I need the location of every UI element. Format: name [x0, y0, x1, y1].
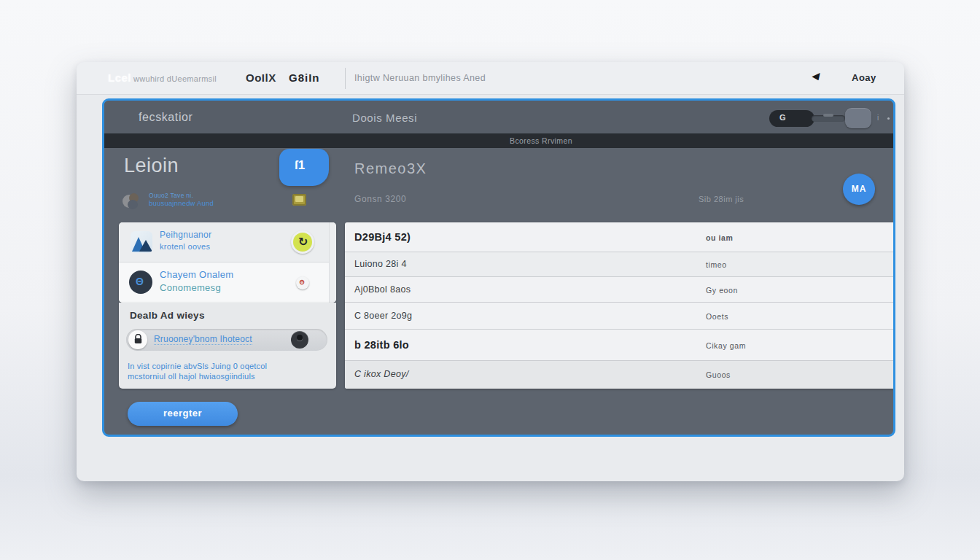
theta-circle-icon: Θ — [129, 271, 152, 294]
row-value: ou iam — [706, 233, 733, 242]
address-note-line2: mcstorniul oll hajol hwiaosgiindiuls — [128, 371, 267, 381]
brand-scribble-bold-text: OoIlX — [246, 71, 276, 84]
account-info-text: Ouuo2 Tave ni. buusuajnnedw Aund — [149, 192, 309, 208]
status-strip-text: Bcoress Rrvimen — [510, 136, 572, 145]
panel-subtitle: Doois Meesi — [352, 112, 417, 124]
address-section: Dealb Ad wieys Rruooney'bnom Ihoteoct In… — [119, 303, 336, 389]
back-arrow-icon[interactable]: ◄ — [808, 69, 823, 84]
address-section-title: Dealb Ad wieys — [130, 310, 205, 321]
row-label: b 28itb 6lo — [354, 339, 409, 351]
topbar-divider — [345, 68, 346, 89]
row-label: C 8oeer 2o9g — [354, 311, 412, 321]
account-logo-icon — [122, 193, 144, 211]
table-row[interactable]: Luiono 28i 4 timeo — [345, 252, 895, 277]
avatar-button[interactable]: MA — [843, 174, 875, 205]
refresh-badge-icon[interactable]: ↻ — [291, 230, 314, 254]
top-bar: Lcel wwuhird dUeemarmsil OoIlX G8iIn Ihi… — [77, 62, 904, 95]
table-row[interactable]: C 8oeer 2o9g Ooets — [345, 303, 895, 330]
row-label: Luiono 28i 4 — [354, 259, 407, 269]
row-value: Gy eoon — [706, 286, 738, 295]
address-field-value: Rruooney'bnom Ihoteoct — [154, 334, 252, 345]
mini-card-icon — [292, 194, 306, 206]
corner-button-icon: ſ1 — [295, 158, 305, 173]
list-item-line2: Conomemesg — [160, 281, 233, 295]
list-item-line1: Chayem Onalem — [160, 268, 233, 281]
list-item-text: Peihgnuanor krotenl ooves — [160, 229, 211, 252]
registration-panel: fecskatior Doois Meesi G i Bcoress Rrvim… — [102, 98, 895, 437]
main-window: Lcel wwuhird dUeemarmsil OoIlX G8iIn Ihi… — [77, 62, 904, 481]
table-row[interactable]: b 28itb 6lo Cikay gam — [345, 330, 895, 361]
row-value: Ooets — [706, 312, 728, 321]
header-toggle-control: G i — [769, 109, 890, 128]
list-item-system[interactable]: Θ Chayem Onalem Conomemesg ⊖ — [119, 262, 329, 303]
row-label: D29Bj4 52) — [354, 231, 411, 243]
list-item-payment[interactable]: Peihgnuanor krotenl ooves ↻ — [119, 222, 329, 262]
list-scrollbar[interactable] — [329, 222, 336, 303]
device-subtitle: Gonsn 3200 — [354, 194, 406, 204]
panel-header: fecskatior Doois Meesi G i — [104, 101, 893, 133]
list-item-line1: Peihgnuanor — [160, 229, 211, 241]
toggle-g-icon: G — [779, 113, 786, 122]
options-list: Peihgnuanor krotenl ooves ↻ Θ Chayem Ona… — [119, 222, 336, 303]
status-strip: Bcoress Rrvimen — [104, 133, 893, 148]
toggle-dot — [887, 117, 890, 120]
table-row[interactable]: D29Bj4 52) ou iam — [345, 222, 895, 252]
list-item-text: Chayem Onalem Conomemesg — [160, 268, 233, 295]
details-table: D29Bj4 52) ou iam Luiono 28i 4 timeo Aj0… — [345, 222, 895, 389]
panel-corner-button[interactable]: ſ1 — [279, 149, 329, 186]
row-label: Aj0Bbol 8aos — [354, 284, 411, 295]
toggle-slider-knob[interactable] — [845, 108, 871, 128]
list-item-line2: krotenl ooves — [160, 241, 211, 252]
table-row[interactable]: C ikox Deoy/ Guoos — [345, 361, 895, 389]
secure-address-field[interactable]: Rruooney'bnom Ihoteoct — [126, 329, 327, 351]
panel-title: fecskatior — [139, 111, 192, 124]
device-title: Remeo3X — [354, 160, 427, 177]
account-menu-label[interactable]: Aoay — [852, 72, 876, 83]
toggle-mode-button[interactable]: G — [769, 110, 814, 127]
mountain-logo-icon — [131, 231, 152, 253]
account-info-line2: buusuajnnedw Aund — [149, 199, 309, 208]
register-button[interactable]: reergter — [128, 402, 238, 426]
row-label: C ikox Deoy/ — [354, 369, 408, 379]
toggle-tick-mark: i — [877, 114, 879, 122]
brand-scribble-text: wwuhird dUeemarmsil — [133, 74, 217, 83]
toggle-slider-notch — [823, 114, 833, 117]
address-note-line1: In vist copirnie abvSls Juing 0 oqetcol — [128, 361, 267, 371]
remove-badge-icon[interactable]: ⊖ — [296, 276, 309, 289]
row-value: Cikay gam — [706, 341, 746, 350]
login-title: Leioin — [124, 155, 179, 177]
brand-light-text: Lcel — [108, 71, 131, 84]
address-note: In vist copirnie abvSls Juing 0 oqetcol … — [128, 361, 267, 381]
account-info-line1: Ouuo2 Tave ni. — [149, 192, 309, 199]
topbar-nav-text: Ihigtw Neruuan bmylihes Aned — [354, 73, 486, 83]
field-action-icon[interactable] — [291, 331, 308, 349]
row-value: timeo — [706, 260, 727, 269]
device-meta: Sib 28im jis — [699, 195, 744, 203]
lock-icon — [128, 330, 147, 349]
table-row[interactable]: Aj0Bbol 8aos Gy eoon — [345, 277, 895, 303]
brand-logo-text: G8iIn — [289, 71, 320, 84]
row-value: Guoos — [706, 370, 731, 379]
